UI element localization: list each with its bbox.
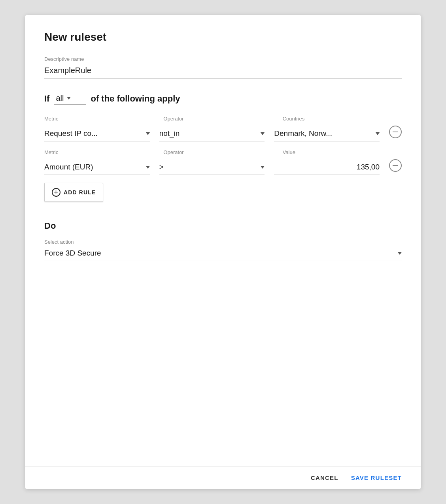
- dialog-footer: CANCEL SAVE RULESET: [25, 466, 421, 489]
- cancel-button[interactable]: CANCEL: [311, 474, 338, 481]
- rule-2-operator-field: >: [159, 161, 265, 175]
- add-rule-button[interactable]: + ADD RULE: [44, 183, 103, 202]
- rule-2-value-input[interactable]: [274, 161, 380, 175]
- rule-2-metric-field: Amount (EUR): [44, 161, 150, 175]
- add-rule-label: ADD RULE: [64, 189, 96, 196]
- rule-1-operator-label: Operator: [163, 116, 273, 122]
- rule-block-2: Metric Operator Value Amount (EUR) >: [44, 149, 402, 175]
- rule-1-value-label: Countries: [283, 116, 392, 122]
- rule-1-operator-select[interactable]: not_in: [159, 128, 265, 141]
- rule-2-operator-value: >: [159, 163, 257, 171]
- plus-icon: +: [54, 189, 59, 196]
- dialog: New ruleset Descriptive name If all of t…: [25, 15, 421, 489]
- rule-2-operator-label: Operator: [163, 149, 273, 155]
- dialog-content: New ruleset Descriptive name If all of t…: [25, 15, 421, 466]
- chevron-down-icon: [261, 132, 265, 135]
- action-select-value: Force 3D Secure: [44, 249, 396, 258]
- rule-1-metric-label: Metric: [44, 116, 154, 122]
- rule-2-metric-select[interactable]: Amount (EUR): [44, 161, 150, 175]
- rule-block-1: Metric Operator Countries Request IP co.…: [44, 116, 402, 141]
- do-label: Do: [44, 221, 402, 231]
- rule-2-headers: Metric Operator Value: [44, 149, 402, 158]
- if-row: If all of the following apply: [44, 93, 402, 105]
- minus-icon: [393, 132, 398, 132]
- descriptive-name-field: Descriptive name: [44, 56, 402, 79]
- dialog-title: New ruleset: [44, 31, 402, 43]
- chevron-down-icon: [146, 166, 150, 169]
- condition-operator-value: all: [56, 94, 64, 103]
- rule-2-operator-select[interactable]: >: [159, 161, 265, 175]
- add-rule-icon: +: [52, 188, 60, 197]
- save-ruleset-button[interactable]: SAVE RULESET: [351, 474, 402, 481]
- descriptive-name-input[interactable]: [44, 64, 402, 79]
- select-action-label: Select action: [44, 239, 402, 245]
- rule-2-remove-button[interactable]: [389, 159, 402, 172]
- condition-operator-dropdown[interactable]: all: [54, 93, 86, 105]
- do-section: Do Select action Force 3D Secure: [44, 221, 402, 261]
- rule-2-metric-label: Metric: [44, 149, 154, 155]
- minus-icon: [393, 165, 398, 166]
- chevron-down-icon: [398, 252, 402, 255]
- rule-1-metric-value: Request IP co...: [44, 129, 142, 138]
- chevron-down-icon: [146, 132, 150, 135]
- rule-1-metric-select[interactable]: Request IP co...: [44, 128, 150, 141]
- rule-2-value-label: Value: [283, 149, 392, 155]
- chevron-down-icon: [67, 97, 71, 100]
- rule-1-value-select[interactable]: Denmark, Norw...: [274, 128, 380, 141]
- action-select[interactable]: Force 3D Secure: [44, 247, 402, 261]
- rule-1-remove-button[interactable]: [389, 126, 402, 138]
- descriptive-name-label: Descriptive name: [44, 56, 402, 62]
- rule-1-operator-field: not_in: [159, 128, 265, 141]
- rule-1-value-display: Denmark, Norw...: [274, 129, 372, 138]
- chevron-down-icon: [376, 132, 380, 135]
- rule-2-value-field: [274, 161, 380, 175]
- rule-1-metric-field: Request IP co...: [44, 128, 150, 141]
- following-apply-text: of the following apply: [91, 94, 180, 104]
- rule-1-value-field: Denmark, Norw...: [274, 128, 380, 141]
- chevron-down-icon: [261, 166, 265, 169]
- rule-2-metric-value: Amount (EUR): [44, 163, 142, 171]
- rule-1-operator-value: not_in: [159, 129, 257, 138]
- if-label: If: [44, 94, 49, 104]
- rule-1-headers: Metric Operator Countries: [44, 116, 402, 124]
